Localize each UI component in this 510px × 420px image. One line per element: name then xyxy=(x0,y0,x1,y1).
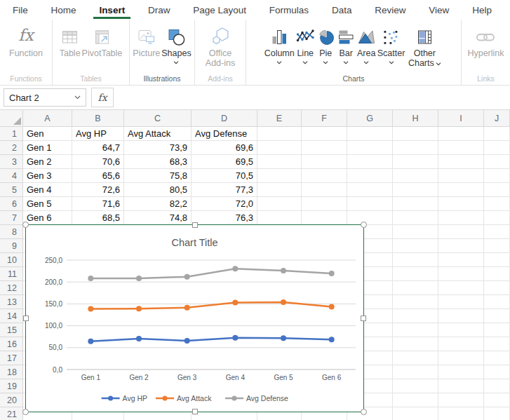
cell-h4[interactable] xyxy=(393,169,438,183)
cell-j10[interactable] xyxy=(484,253,510,267)
cell-d3[interactable]: 69,5 xyxy=(192,155,257,169)
cell-i9[interactable] xyxy=(438,239,484,253)
cell-d4[interactable]: 70,5 xyxy=(192,169,257,183)
cell-h21[interactable] xyxy=(393,407,438,420)
cell-d6[interactable]: 72,0 xyxy=(192,197,257,211)
row-header-15[interactable]: 15 xyxy=(0,323,23,337)
cell-i17[interactable] xyxy=(438,351,484,365)
tab-insert[interactable]: Insert xyxy=(98,0,126,20)
cell-g2[interactable] xyxy=(347,141,393,155)
row-header-19[interactable]: 19 xyxy=(0,379,23,393)
cell-h16[interactable] xyxy=(393,337,438,351)
cell-f1[interactable] xyxy=(302,127,347,141)
cell-e6[interactable] xyxy=(257,197,302,211)
cell-h19[interactable] xyxy=(393,379,438,393)
cell-i19[interactable] xyxy=(438,379,484,393)
cell-g7[interactable] xyxy=(347,211,393,225)
tab-home[interactable]: Home xyxy=(50,0,78,20)
cell-f3[interactable] xyxy=(302,155,347,169)
cell-i21[interactable] xyxy=(438,407,484,420)
cell-d2[interactable]: 69,6 xyxy=(192,141,257,155)
cell-i10[interactable] xyxy=(438,253,484,267)
cell-b5[interactable]: 72,6 xyxy=(72,183,124,197)
cell-e3[interactable] xyxy=(257,155,302,169)
cell-i15[interactable] xyxy=(438,323,484,337)
cell-i13[interactable] xyxy=(438,295,484,309)
cell-j14[interactable] xyxy=(484,309,510,323)
column-header-c[interactable]: C xyxy=(124,110,192,127)
cell-b1[interactable]: Avg HP xyxy=(72,127,124,141)
cell-h2[interactable] xyxy=(393,141,438,155)
row-header-2[interactable]: 2 xyxy=(0,141,23,155)
cell-f2[interactable] xyxy=(302,141,347,155)
row-header-8[interactable]: 8 xyxy=(0,225,23,239)
cell-a3[interactable]: Gen 2 xyxy=(23,155,72,169)
cell-b2[interactable]: 64,7 xyxy=(72,141,124,155)
chart-resize-handle-sw[interactable] xyxy=(22,409,29,415)
cell-c2[interactable]: 73,9 xyxy=(124,141,192,155)
tab-view[interactable]: View xyxy=(427,0,450,20)
cell-j12[interactable] xyxy=(484,281,510,295)
cell-g5[interactable] xyxy=(347,183,393,197)
cell-g6[interactable] xyxy=(347,197,393,211)
cell-j15[interactable] xyxy=(484,323,510,337)
insert-function-button[interactable]: fx xyxy=(91,88,114,107)
cell-a1[interactable]: Gen xyxy=(23,127,72,141)
cell-i20[interactable] xyxy=(438,393,484,407)
row-header-5[interactable]: 5 xyxy=(0,183,23,197)
tab-formulas[interactable]: Formulas xyxy=(268,0,310,20)
cell-j11[interactable] xyxy=(484,267,510,281)
cell-h17[interactable] xyxy=(393,351,438,365)
cell-i4[interactable] xyxy=(438,169,484,183)
chart-resize-handle-n[interactable] xyxy=(192,222,198,228)
row-header-21[interactable]: 21 xyxy=(0,407,23,420)
cell-e1[interactable] xyxy=(257,127,302,141)
cell-i8[interactable] xyxy=(438,225,484,239)
column-header-e[interactable]: E xyxy=(257,110,302,127)
cell-i5[interactable] xyxy=(438,183,484,197)
cell-j18[interactable] xyxy=(484,365,510,379)
cell-i6[interactable] xyxy=(438,197,484,211)
cell-h12[interactable] xyxy=(393,281,438,295)
column-header-b[interactable]: B xyxy=(72,110,124,127)
cell-f4[interactable] xyxy=(302,169,347,183)
row-header-4[interactable]: 4 xyxy=(0,169,23,183)
cell-h7[interactable] xyxy=(393,211,438,225)
cell-i12[interactable] xyxy=(438,281,484,295)
cell-a4[interactable]: Gen 3 xyxy=(23,169,72,183)
cell-b6[interactable]: 71,6 xyxy=(72,197,124,211)
cell-i11[interactable] xyxy=(438,267,484,281)
cell-i2[interactable] xyxy=(438,141,484,155)
cell-j3[interactable] xyxy=(484,155,510,169)
cell-f6[interactable] xyxy=(302,197,347,211)
cell-c4[interactable]: 75,8 xyxy=(124,169,192,183)
cell-h3[interactable] xyxy=(393,155,438,169)
column-header-j[interactable]: J xyxy=(484,110,510,127)
row-header-7[interactable]: 7 xyxy=(0,211,23,225)
cell-i16[interactable] xyxy=(438,337,484,351)
embedded-chart[interactable]: Chart Title0,050,0100,0150,0200,0250,0Ge… xyxy=(25,224,364,412)
column-header-a[interactable]: A xyxy=(23,110,72,127)
cell-g1[interactable] xyxy=(347,127,393,141)
cell-h20[interactable] xyxy=(393,393,438,407)
cell-h15[interactable] xyxy=(393,323,438,337)
row-header-12[interactable]: 12 xyxy=(0,281,23,295)
chart-resize-handle-ne[interactable] xyxy=(361,222,367,228)
cell-j5[interactable] xyxy=(484,183,510,197)
cell-b3[interactable]: 70,6 xyxy=(72,155,124,169)
column-header-g[interactable]: G xyxy=(347,110,393,127)
cell-c6[interactable]: 82,2 xyxy=(124,197,192,211)
cell-f5[interactable] xyxy=(302,183,347,197)
cell-j20[interactable] xyxy=(484,393,510,407)
cell-b4[interactable]: 65,6 xyxy=(72,169,124,183)
cell-i3[interactable] xyxy=(438,155,484,169)
cell-h5[interactable] xyxy=(393,183,438,197)
cell-g4[interactable] xyxy=(347,169,393,183)
cell-h9[interactable] xyxy=(393,239,438,253)
cell-j16[interactable] xyxy=(484,337,510,351)
chart-resize-handle-w[interactable] xyxy=(23,316,29,321)
row-header-13[interactable]: 13 xyxy=(0,295,23,309)
cell-h18[interactable] xyxy=(393,365,438,379)
tab-data[interactable]: Data xyxy=(330,0,354,20)
cell-e7[interactable] xyxy=(257,211,302,225)
